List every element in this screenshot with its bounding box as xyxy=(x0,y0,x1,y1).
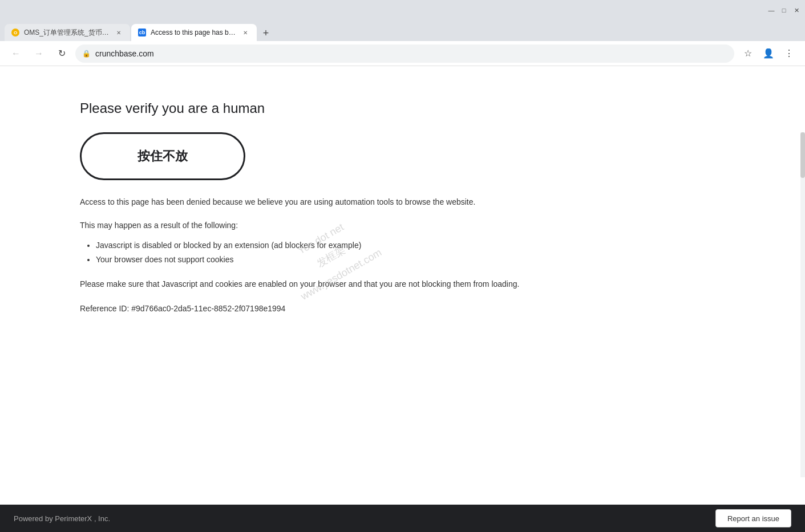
reasons-list: Javascript is disabled or blocked by an … xyxy=(80,238,725,267)
report-issue-button[interactable]: Report an issue xyxy=(715,509,791,527)
browser-frame: — □ ✕ O OMS_订单管理系统_货币资料_ ✕ cb Access to … xyxy=(0,0,805,532)
tab-favicon-oms: O xyxy=(11,29,19,36)
window-controls: — □ ✕ xyxy=(767,6,800,14)
forward-button[interactable]: → xyxy=(30,44,48,63)
tab-favicon-cb: cb xyxy=(138,29,146,36)
tab-crunchbase[interactable]: cb Access to this page has been ... ✕ xyxy=(131,24,257,41)
nav-bar: ← → ↻ 🔒 crunchbase.com ☆ 👤 ⋮ xyxy=(0,41,805,66)
tab-title-crunchbase: Access to this page has been ... xyxy=(151,29,236,36)
may-happen-text: This may happen as a result of the follo… xyxy=(80,220,725,232)
powered-by-text: Powered by PerimeterX , Inc. xyxy=(14,514,110,523)
page-content: Please verify you are a human 按住不放 Acces… xyxy=(0,66,805,505)
close-button[interactable]: ✕ xyxy=(792,6,800,14)
tab-close-oms[interactable]: ✕ xyxy=(114,28,123,37)
menu-button[interactable]: ⋮ xyxy=(780,44,798,63)
scroll-thumb[interactable] xyxy=(800,132,805,178)
footer-bar: Powered by PerimeterX , Inc. Report an i… xyxy=(0,505,805,532)
main-area: Please verify you are a human 按住不放 Acces… xyxy=(0,66,805,505)
title-bar: — □ ✕ xyxy=(0,0,805,21)
tabs-bar: O OMS_订单管理系统_货币资料_ ✕ cb Access to this p… xyxy=(0,21,805,41)
reason-item-1: Javascript is disabled or blocked by an … xyxy=(96,238,725,253)
nav-actions: ☆ 👤 ⋮ xyxy=(739,44,798,63)
back-button[interactable]: ← xyxy=(7,44,25,63)
reference-text: Reference ID: #9d766ac0-2da5-11ec-8852-2… xyxy=(80,304,725,313)
refresh-button[interactable]: ↻ xyxy=(52,44,71,63)
bookmark-button[interactable]: ☆ xyxy=(739,44,757,63)
profile-button[interactable]: 👤 xyxy=(759,44,778,63)
tab-title-oms: OMS_订单管理系统_货币资料_ xyxy=(24,28,110,38)
minimize-button[interactable]: — xyxy=(767,6,775,14)
verify-human-button[interactable]: 按住不放 xyxy=(80,132,245,180)
address-bar[interactable]: 🔒 crunchbase.com xyxy=(75,44,734,63)
lock-icon: 🔒 xyxy=(82,50,91,58)
scrollbar[interactable] xyxy=(800,132,805,477)
make-sure-text: Please make sure that Javascript and coo… xyxy=(80,278,725,290)
new-tab-button[interactable]: + xyxy=(258,25,274,41)
reason-item-2: Your browser does not support cookies xyxy=(96,253,725,267)
access-denied-text: Access to this page has been denied beca… xyxy=(80,196,725,208)
tab-close-crunchbase[interactable]: ✕ xyxy=(241,28,250,37)
page-heading: Please verify you are a human xyxy=(80,100,725,116)
tab-oms[interactable]: O OMS_订单管理系统_货币资料_ ✕ xyxy=(5,24,130,41)
maximize-button[interactable]: □ xyxy=(780,6,788,14)
url-text: crunchbase.com xyxy=(95,49,727,58)
